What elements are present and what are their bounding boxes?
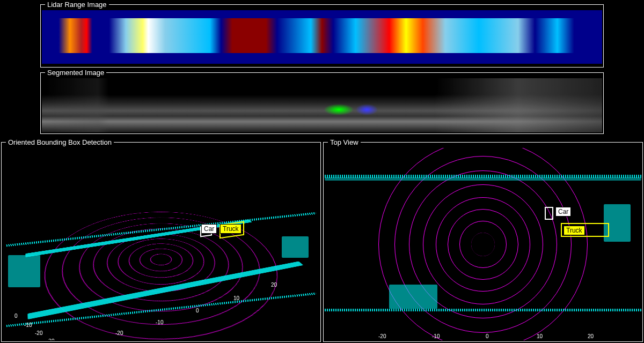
detection-label-truck[interactable]: Truck [564,226,585,235]
axis-tick: 10 [233,295,239,301]
lidar-range-panel: Lidar Range Image [40,4,604,68]
axis-tick: 10 [537,333,543,339]
pointcloud-top-view[interactable]: Car Truck -20 -10 0 10 20 [325,148,641,340]
axis-tick: -10 [156,319,163,325]
axis-tick: -20 [35,330,42,336]
panel-title: Top View [328,138,361,146]
segmented-image [42,78,602,132]
axis-tick: -30 [47,338,54,340]
axis-tick: 20 [588,333,594,339]
axis-tick: 0 [196,308,199,314]
range-image-band [42,53,602,64]
pointcloud-nonground [325,309,641,311]
pointcloud-nonground [389,285,437,309]
obb-detection-panel: Oriented Bounding Box Detection Car Truc… [1,142,321,342]
detection-label-truck[interactable]: Truck [220,224,241,234]
detection-label-car[interactable]: Car [555,207,571,217]
pointcloud-nonground [282,236,309,258]
axis-tick: 0 [486,333,489,339]
axis-tick: -30 [78,340,85,340]
detection-label-car[interactable]: Car [201,224,217,234]
panel-title: Oriented Bounding Box Detection [6,138,114,146]
pointcloud-3d-view[interactable]: Car Truck 20 10 0 -10 -20 -30 0 -10 -20 … [3,148,319,340]
range-image [42,18,602,56]
axis-tick: -10 [432,333,440,339]
axis-tick: -20 [378,333,386,339]
axis-tick: 0 [14,313,18,319]
panel-title: Segmented Image [45,69,106,77]
axis-tick: 20 [271,282,277,288]
pointcloud-nonground [325,177,641,181]
bbox-car[interactable] [545,207,553,220]
axis-tick: -20 [115,330,123,336]
panel-title: Lidar Range Image [45,1,109,9]
pointcloud-nonground [8,255,40,287]
top-view-panel: Top View Car Truck -20 -10 0 10 20 [323,142,643,342]
axis-tick: -10 [24,322,32,328]
segmented-image-panel: Segmented Image [40,72,604,134]
